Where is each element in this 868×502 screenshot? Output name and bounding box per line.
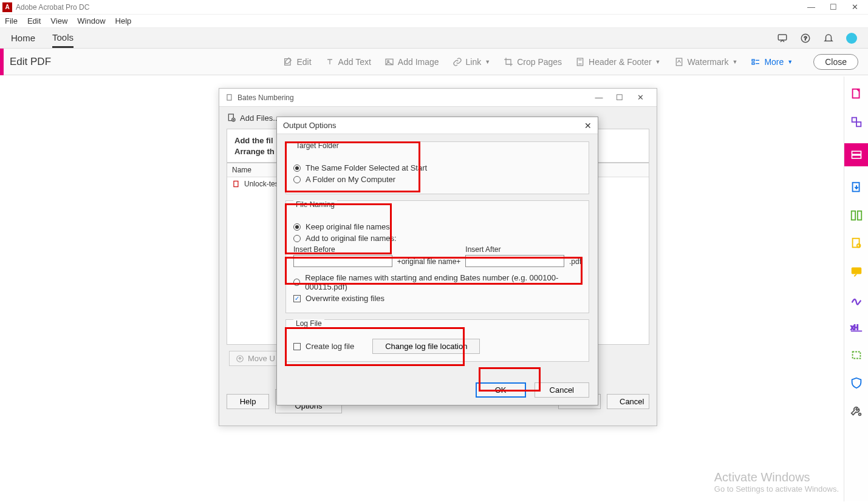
combine-icon[interactable] [850,115,863,129]
bates-help-button[interactable]: Help [227,394,269,409]
windows-watermark: Activate Windows Go to Settings to activ… [714,470,839,494]
menu-window[interactable]: Window [77,16,105,25]
chevron-down-icon: ▼ [732,59,737,65]
more-button[interactable]: More ▼ [751,57,793,67]
more-icon [751,57,760,67]
tab-tools[interactable]: Tools [52,29,73,48]
output-title-text: Output Options [283,121,336,130]
output-titlebar: Output Options ✕ [277,117,598,134]
bell-icon[interactable] [823,33,834,44]
maximize-icon[interactable]: ☐ [609,93,630,102]
output-cancel-button[interactable]: Cancel [535,382,589,398]
check-create-log[interactable]: Create log file [293,342,354,351]
log-file-legend: Log File [293,319,324,328]
minimize-icon[interactable]: — [807,2,815,12]
minimize-icon[interactable]: — [589,93,609,102]
change-log-location-button[interactable]: Change log file location [372,339,480,354]
menu-view[interactable]: View [50,16,67,25]
close-icon[interactable]: ✕ [630,93,651,102]
radio-replace-names[interactable]: Replace file names with starting and end… [293,273,581,291]
redact-icon[interactable]: xH [850,321,863,334]
comment-icon[interactable] [850,265,863,278]
svg-rect-10 [752,59,754,61]
protect-icon[interactable] [850,376,863,390]
edit-pdf-icon[interactable] [844,143,869,166]
svg-rect-0 [778,35,787,40]
image-icon [384,57,394,67]
create-pdf-icon[interactable] [850,87,863,101]
close-icon[interactable]: ✕ [852,2,858,12]
arrow-up-icon [236,354,244,363]
send-comments-icon[interactable] [850,237,863,250]
page-icon [575,57,585,67]
insert-after-label: Insert After [465,245,564,254]
svg-rect-21 [857,211,861,220]
check-overwrite[interactable]: ✓ Overwrite existing files [293,294,581,303]
avatar[interactable] [846,33,857,44]
maximize-icon[interactable]: ☐ [830,2,837,12]
insert-name-row: Insert Before +original file name+ Inser… [293,245,581,267]
file-naming-legend: File Naming [293,200,337,209]
help-icon[interactable]: ? [800,33,811,44]
radio-my-computer[interactable]: A Folder on My Computer [293,175,581,184]
target-folder-fieldset: Target Folder The Same Folder Selected a… [285,141,589,194]
chevron-down-icon: ▼ [655,59,661,65]
svg-rect-33 [234,181,238,186]
add-image-button[interactable]: Add Image [384,57,439,67]
output-ok-button[interactable]: OK [476,382,526,398]
tab-home[interactable]: Home [11,29,35,47]
right-rail: xH [844,76,868,501]
svg-rect-9 [676,58,682,66]
svg-text:xH: xH [850,324,858,331]
app-icon: A [2,2,12,12]
menu-file[interactable]: File [5,16,18,25]
radio-add-names[interactable]: Add to original file names: [293,234,581,243]
svg-rect-27 [852,352,860,359]
svg-text:?: ? [804,35,807,41]
svg-rect-20 [851,211,855,220]
header-footer-button[interactable]: Header & Footer ▼ [575,57,660,67]
add-text-button[interactable]: Add Text [325,57,371,67]
link-button[interactable]: Link ▼ [453,57,491,67]
output-options-dialog: Output Options ✕ Target Folder The Same … [276,117,598,405]
insert-before-input[interactable] [293,255,392,267]
menu-edit[interactable]: Edit [27,16,41,25]
tools-icon[interactable] [850,404,863,418]
bates-titlebar: Bates Numbering — ☐ ✕ [219,89,657,107]
radio-icon [293,176,301,183]
close-icon[interactable]: ✕ [584,121,592,131]
bates-cancel-button[interactable]: Cancel [607,394,649,409]
svg-point-23 [856,244,860,248]
section-title: Edit PDF [10,56,51,68]
menu-help[interactable]: Help [115,16,132,25]
organize-icon[interactable] [850,209,863,222]
radio-icon [293,223,301,231]
move-up-button[interactable]: Move U [229,351,282,366]
radio-keep-names[interactable]: Keep original file names [293,222,581,231]
close-button[interactable]: Close [813,54,858,70]
menubar: File Edit View Window Help [0,15,868,28]
chat-icon[interactable] [777,33,788,44]
tabbar: Home Tools ? [0,28,868,49]
svg-rect-22 [852,239,859,248]
log-file-fieldset: Log File Create log file Change log file… [285,319,589,362]
watermark-button[interactable]: Watermark ▼ [674,57,738,67]
sign-icon[interactable] [850,293,863,306]
svg-point-28 [858,413,861,416]
edit-button[interactable]: Edit [283,57,311,67]
orig-file-name-label: +original file name+ [397,257,461,267]
optimize-icon[interactable] [850,348,863,362]
watermark-icon [674,57,684,67]
radio-same-folder[interactable]: The Same Folder Selected at Start [293,163,581,172]
insert-before-label: Insert Before [293,245,392,254]
chevron-down-icon: ▼ [787,59,793,65]
chevron-down-icon: ▼ [485,59,490,65]
radio-icon [293,235,301,242]
crop-button[interactable]: Crop Pages [504,57,562,67]
app-title: Adobe Acrobat Pro DC [16,3,807,12]
insert-after-input[interactable] [465,255,564,267]
export-pdf-icon[interactable] [850,181,863,194]
checkbox-icon: ✓ [293,295,301,302]
checkbox-icon [293,343,301,350]
titlebar: A Adobe Acrobat Pro DC — ☐ ✕ [0,0,868,15]
